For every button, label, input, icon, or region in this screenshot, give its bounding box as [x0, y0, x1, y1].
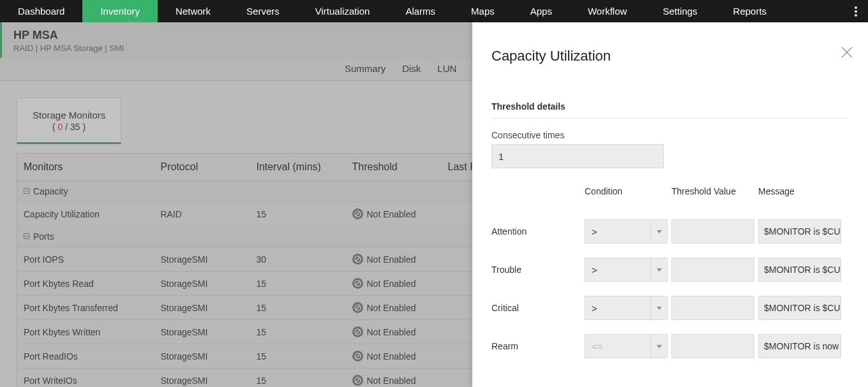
cell-monitor: Port WriteIOs [17, 369, 154, 388]
cell-threshold: Not Enabled [346, 247, 442, 272]
nav-item-network[interactable]: Network [158, 0, 228, 22]
threshold-row-label: Critical [491, 303, 581, 313]
cell-protocol: StorageSMI [154, 320, 250, 344]
condition-select: <= [585, 334, 668, 358]
nav-item-dashboard[interactable]: Dashboard [0, 0, 82, 22]
not-enabled-icon [352, 278, 363, 289]
threshold-message-input[interactable]: $MONITOR is $CUR [758, 258, 841, 282]
cell-monitor: Port Kbytes Written [17, 320, 154, 344]
chevron-down-icon [650, 296, 667, 319]
svg-line-6 [355, 257, 359, 261]
not-enabled-icon [352, 254, 363, 265]
svg-point-0 [855, 6, 857, 9]
nav-item-apps[interactable]: Apps [513, 0, 570, 22]
threshold-panel: Capacity Utilization Threshold details C… [472, 22, 868, 387]
collapse-icon[interactable] [24, 233, 29, 239]
not-enabled-icon [352, 302, 363, 313]
cell-interval: 15 [250, 296, 346, 320]
cell-threshold: Not Enabled [346, 202, 442, 226]
nav-item-inventory[interactable]: Inventory [82, 0, 158, 22]
cell-threshold: Not Enabled [346, 272, 442, 296]
condition-select[interactable]: > [585, 258, 668, 282]
tabcard-count: ( 0 / 35 ) [33, 122, 105, 132]
cell-threshold: Not Enabled [346, 369, 442, 388]
cell-interval: 15 [250, 272, 346, 296]
subtab-disk[interactable]: Disk [402, 63, 421, 74]
svg-point-2 [855, 14, 857, 17]
cell-monitor: Port ReadIOs [17, 344, 154, 369]
th-protocol[interactable]: Protocol [154, 154, 250, 181]
cell-interval: 15 [250, 369, 346, 388]
th-interval[interactable]: Interval (mins) [250, 154, 346, 181]
threshold-row-label: Attention [491, 226, 581, 237]
collapse-icon[interactable] [24, 188, 29, 194]
threshold-message-input[interactable]: $MONITOR is now b [758, 334, 841, 358]
threshold-row-critical: Critical>$MONITOR is $CUR [491, 296, 848, 320]
th-threshold[interactable]: Threshold [346, 154, 442, 181]
not-enabled-icon [352, 326, 363, 337]
svg-line-14 [355, 354, 359, 358]
threshold-row-trouble: Trouble>$MONITOR is $CUR [491, 258, 848, 282]
chevron-down-icon [650, 335, 667, 358]
section-threshold-details: Threshold details [491, 101, 848, 119]
threshold-value-input[interactable] [671, 296, 754, 320]
svg-line-10 [355, 305, 359, 309]
cell-monitor: Port Kbytes Transferred [17, 296, 154, 320]
condition-select[interactable]: > [585, 296, 668, 320]
cell-protocol: StorageSMI [154, 247, 250, 272]
svg-line-16 [355, 378, 359, 382]
top-nav: DashboardInventoryNetworkServersVirtuali… [0, 0, 868, 22]
not-enabled-icon [352, 208, 363, 219]
threshold-value-input[interactable] [671, 258, 754, 282]
threshold-message-input[interactable]: $MONITOR is $CUR [758, 296, 841, 320]
cell-protocol: RAID [154, 202, 250, 226]
cell-interval: 15 [250, 320, 346, 344]
cell-interval: 15 [250, 202, 346, 226]
cell-protocol: StorageSMI [154, 344, 250, 369]
label-consecutive-times: Consecutive times [491, 130, 848, 140]
cell-protocol: StorageSMI [154, 296, 250, 320]
svg-line-12 [355, 330, 359, 333]
subtab-summary[interactable]: Summary [345, 63, 385, 74]
input-consecutive-times[interactable] [491, 144, 664, 168]
threshold-row-rearm: Rearm<=$MONITOR is now b [491, 334, 848, 358]
threshold-value-input[interactable] [671, 219, 754, 244]
nav-item-maps[interactable]: Maps [453, 0, 513, 22]
chevron-down-icon [650, 258, 667, 281]
cell-interval: 15 [250, 344, 346, 369]
nav-item-alarms[interactable]: Alarms [387, 0, 453, 22]
cell-threshold: Not Enabled [346, 344, 442, 369]
threshold-row-attention: Attention>$MONITOR is $CUR [491, 219, 848, 244]
threshold-value-input[interactable] [671, 334, 754, 358]
col-message: Message [758, 186, 841, 196]
tab-storage-monitors[interactable]: Storage Monitors ( 0 / 35 ) [17, 98, 121, 144]
chevron-down-icon [650, 220, 667, 243]
svg-line-4 [355, 212, 359, 215]
threshold-grid: Condition Threshold Value Message Attent… [491, 186, 848, 358]
cell-protocol: StorageSMI [154, 272, 250, 296]
nav-item-workflow[interactable]: Workflow [570, 0, 645, 22]
nav-item-settings[interactable]: Settings [645, 0, 715, 22]
threshold-row-label: Rearm [491, 341, 581, 351]
th-monitors[interactable]: Monitors [17, 154, 154, 181]
subtab-lun[interactable]: LUN [437, 63, 456, 74]
col-condition: Condition [585, 186, 668, 196]
cell-protocol: StorageSMI [154, 369, 250, 388]
condition-select[interactable]: > [585, 219, 668, 244]
panel-title: Capacity Utilization [491, 48, 848, 64]
close-icon[interactable] [840, 45, 854, 59]
cell-monitor: Port Kbytes Read [17, 272, 154, 296]
svg-point-1 [855, 10, 857, 13]
nav-item-servers[interactable]: Servers [228, 0, 297, 22]
not-enabled-icon [352, 375, 363, 386]
nav-item-virtualization[interactable]: Virtualization [297, 0, 388, 22]
cell-threshold: Not Enabled [346, 296, 442, 320]
not-enabled-icon [352, 351, 363, 361]
kebab-menu-icon[interactable] [849, 0, 863, 22]
nav-item-reports[interactable]: Reports [715, 0, 785, 22]
tabcard-title: Storage Monitors [33, 110, 105, 120]
cell-monitor: Port IOPS [17, 247, 154, 272]
cell-interval: 30 [250, 247, 346, 272]
threshold-message-input[interactable]: $MONITOR is $CUR [758, 219, 841, 244]
cell-monitor: Capacity Utilization [17, 202, 154, 226]
